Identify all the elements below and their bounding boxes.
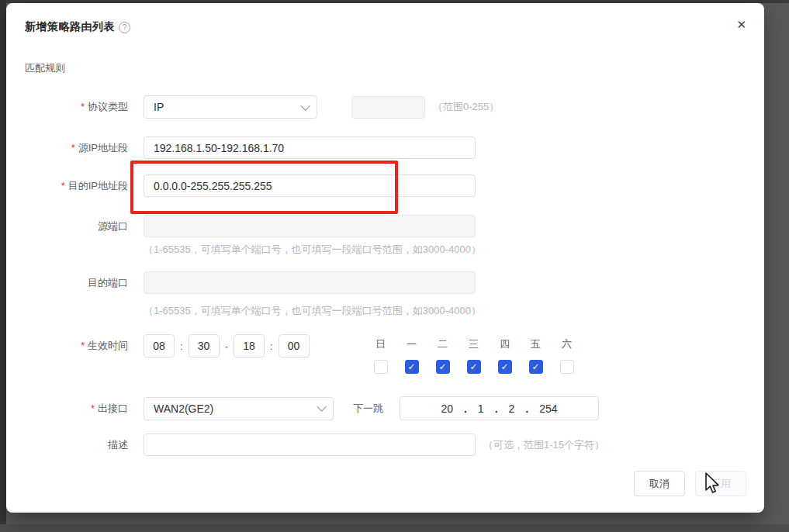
next-hop-octet-1: 20 bbox=[441, 402, 453, 415]
form-row-protocol: *协议类型 IP （范围0-255） bbox=[25, 95, 499, 119]
next-hop-octet-4: 254 bbox=[539, 402, 557, 415]
start-hour-input[interactable]: 08 bbox=[144, 334, 175, 358]
protocol-select[interactable]: IP bbox=[144, 95, 317, 119]
dialog-header: 新增策略路由列表 ? bbox=[25, 20, 130, 34]
time-colon: : bbox=[180, 340, 183, 352]
dialog-footer: 取消 应用 bbox=[634, 471, 746, 496]
check-icon: ✓ bbox=[470, 362, 478, 371]
cancel-button[interactable]: 取消 bbox=[634, 471, 685, 496]
weekday-labels-row: 日 一 二 三 四 五 六 bbox=[365, 337, 583, 351]
form-row-dst-port: 目的端口 bbox=[25, 271, 476, 294]
dialog-title: 新增策略路由列表 bbox=[25, 20, 115, 34]
next-hop-label: 下一跳 bbox=[353, 402, 383, 416]
end-minute-input[interactable]: 00 bbox=[279, 334, 310, 358]
weekday-checkbox-sat[interactable]: ✓ bbox=[560, 360, 574, 374]
next-hop-input[interactable]: 20 . 1 . 2 . 254 bbox=[400, 396, 599, 420]
form-row-out-interface: *出接口 WAN2(GE2) 下一跳 20 . 1 . 2 . 254 bbox=[25, 396, 599, 420]
dst-port-input[interactable] bbox=[144, 271, 476, 294]
src-ip-input[interactable] bbox=[144, 136, 476, 159]
section-match-rules: 匹配规则 bbox=[25, 61, 65, 75]
effective-time-label: *生效时间 bbox=[25, 334, 128, 358]
backdrop-left-strip bbox=[0, 0, 6, 532]
form-row-src-port: 源端口 bbox=[25, 215, 476, 237]
dst-port-hint-row: （1-65535，可填写单个端口号，也可填写一段端口号范围，如3000-4000… bbox=[144, 304, 481, 318]
octet-separator: . bbox=[525, 402, 528, 415]
check-icon: ✓ bbox=[439, 362, 447, 371]
form-row-effective-time: *生效时间 08 : 30 - 18 : 00 日 一 二 三 四 五 六 ✓ … bbox=[25, 334, 583, 374]
dst-port-hint: （1-65535，可填写单个端口号，也可填写一段端口号范围，如3000-4000… bbox=[144, 304, 481, 318]
start-minute-input[interactable]: 30 bbox=[189, 334, 220, 358]
protocol-number-input[interactable] bbox=[351, 96, 425, 119]
time-range-group: 08 : 30 - 18 : 00 bbox=[144, 334, 310, 358]
mouse-cursor bbox=[701, 472, 722, 495]
src-port-hint: （1-65535，可填写单个端口号，也可填写一段端口号范围，如3000-4000… bbox=[144, 243, 481, 257]
weekday-checkbox-thu[interactable]: ✓ bbox=[498, 360, 512, 374]
weekday-label-thu: 四 bbox=[490, 337, 521, 351]
out-interface-select-value: WAN2(GE2) bbox=[154, 402, 213, 415]
required-mark: * bbox=[71, 142, 75, 154]
required-mark: * bbox=[61, 180, 65, 192]
dst-ip-input[interactable] bbox=[144, 174, 476, 197]
required-mark: * bbox=[91, 402, 95, 414]
weekday-checkbox-fri[interactable]: ✓ bbox=[529, 360, 543, 374]
time-colon: : bbox=[270, 340, 273, 352]
check-icon: ✓ bbox=[501, 362, 509, 371]
chevron-down-icon bbox=[300, 101, 310, 111]
weekday-label-tue: 二 bbox=[427, 337, 459, 351]
form-row-description: 描述 （可选，范围1-15个字符） bbox=[25, 434, 604, 456]
dst-ip-label: *目的IP地址段 bbox=[25, 179, 128, 193]
check-icon: ✓ bbox=[408, 362, 416, 371]
octet-separator: . bbox=[464, 402, 467, 415]
add-policy-route-dialog: 新增策略路由列表 ? ✕ 匹配规则 *协议类型 IP （范围0-255） *源I… bbox=[6, 3, 764, 513]
weekday-checkbox-mon[interactable]: ✓ bbox=[405, 360, 419, 374]
description-hint: （可选，范围1-15个字符） bbox=[483, 438, 604, 452]
description-input[interactable] bbox=[144, 434, 476, 456]
protocol-select-value: IP bbox=[154, 101, 164, 113]
src-port-input[interactable] bbox=[144, 215, 476, 237]
description-label: 描述 bbox=[25, 438, 128, 452]
weekday-selector: 日 一 二 三 四 五 六 ✓ ✓ ✓ ✓ ✓ ✓ ✓ bbox=[365, 337, 583, 374]
form-row-dst-ip: *目的IP地址段 bbox=[25, 174, 476, 197]
out-interface-label: *出接口 bbox=[25, 402, 128, 416]
out-interface-select[interactable]: WAN2(GE2) bbox=[144, 397, 334, 420]
chevron-down-icon bbox=[317, 402, 327, 412]
src-ip-label: *源IP地址段 bbox=[25, 141, 128, 155]
check-icon: ✓ bbox=[532, 362, 540, 371]
weekday-checkboxes-row: ✓ ✓ ✓ ✓ ✓ ✓ ✓ bbox=[365, 360, 583, 374]
weekday-label-sat: 六 bbox=[552, 337, 583, 351]
form-row-src-ip: *源IP地址段 bbox=[25, 136, 476, 159]
weekday-label-sun: 日 bbox=[365, 337, 396, 351]
required-mark: * bbox=[81, 340, 85, 351]
end-hour-input[interactable]: 18 bbox=[234, 334, 265, 358]
close-icon[interactable]: ✕ bbox=[736, 19, 746, 30]
weekday-label-fri: 五 bbox=[521, 337, 552, 351]
next-hop-octet-3: 2 bbox=[509, 402, 515, 415]
weekday-checkbox-tue[interactable]: ✓ bbox=[436, 360, 450, 374]
protocol-hint: （范围0-255） bbox=[433, 100, 499, 114]
next-hop-octet-2: 1 bbox=[478, 402, 484, 415]
weekday-label-mon: 一 bbox=[396, 337, 427, 351]
required-mark: * bbox=[81, 101, 85, 112]
weekday-label-wed: 三 bbox=[459, 337, 490, 351]
time-dash: - bbox=[225, 340, 228, 352]
protocol-label: *协议类型 bbox=[25, 100, 128, 114]
backdrop-bottom-strip bbox=[0, 524, 789, 532]
src-port-label: 源端口 bbox=[25, 219, 128, 233]
weekday-checkbox-wed[interactable]: ✓ bbox=[467, 360, 481, 374]
weekday-checkbox-sun[interactable]: ✓ bbox=[374, 360, 388, 374]
octet-separator: . bbox=[495, 402, 498, 415]
src-port-hint-row: （1-65535，可填写单个端口号，也可填写一段端口号范围，如3000-4000… bbox=[144, 243, 481, 257]
dst-port-label: 目的端口 bbox=[25, 276, 128, 290]
help-icon[interactable]: ? bbox=[119, 22, 130, 33]
